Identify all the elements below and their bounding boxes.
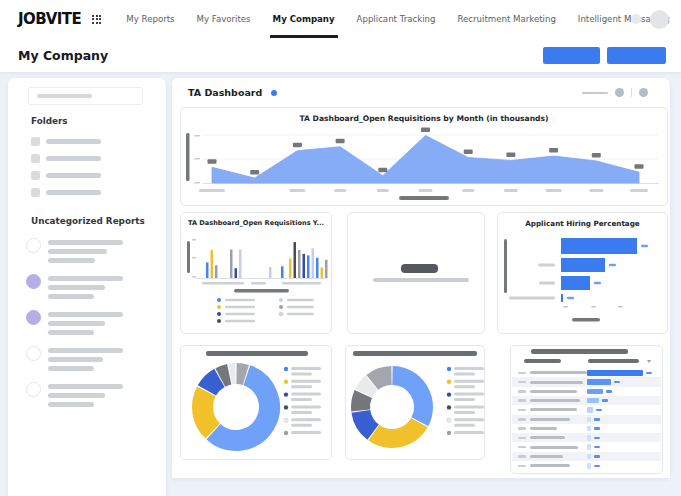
legend-label-bar — [291, 431, 321, 434]
bar-yellow — [321, 267, 324, 278]
placeholder-light-bar — [373, 278, 469, 282]
folder-item[interactable] — [31, 154, 161, 164]
nav-items: My ReportsMy FavoritesMy CompanyApplican… — [115, 0, 680, 38]
table-row[interactable] — [512, 433, 661, 442]
report-label-bar — [48, 402, 94, 407]
report-item[interactable] — [26, 238, 156, 268]
collapse-line-icon[interactable] — [582, 92, 608, 94]
nav-item-my-reports[interactable]: My Reports — [115, 0, 185, 38]
report-label-bar — [48, 330, 94, 335]
legend-label-bar — [225, 306, 255, 309]
placeholder-dark-pill — [401, 264, 438, 273]
sidebar-search-input[interactable] — [28, 87, 143, 105]
notification-icon[interactable] — [631, 14, 641, 24]
bar-indigo — [303, 254, 306, 278]
app-launcher-icon[interactable] — [92, 15, 101, 24]
hiring-bar-chart — [498, 213, 667, 333]
row-label-bar — [530, 381, 583, 384]
row-label-bar — [530, 418, 570, 421]
legend-label-bar — [287, 306, 314, 309]
table-row[interactable] — [512, 415, 661, 424]
bar-dark — [294, 242, 297, 278]
legend-label-bar — [225, 320, 255, 323]
legend-dot-dark — [284, 405, 288, 409]
x-tick-bar — [591, 306, 596, 308]
table-row[interactable] — [512, 396, 661, 405]
point-value-bar — [549, 148, 558, 153]
row-label-bar — [530, 446, 578, 449]
nav-item-my-favorites[interactable]: My Favorites — [186, 0, 262, 38]
report-label-bar — [48, 348, 123, 353]
bar-blue — [316, 258, 319, 278]
x-tick-bar — [202, 282, 244, 285]
report-label-bar — [48, 240, 123, 245]
value-bar — [594, 282, 601, 284]
report-item[interactable] — [26, 382, 156, 412]
donut-chart-left — [181, 346, 331, 459]
nav-item-my-company[interactable]: My Company — [262, 0, 346, 38]
toolbar-circle-icon-1[interactable] — [615, 88, 624, 97]
report-item[interactable] — [26, 274, 156, 304]
user-avatar[interactable] — [650, 10, 669, 29]
header-action-button-1[interactable] — [543, 47, 600, 64]
toolbar-circle-icon-2[interactable] — [639, 88, 648, 97]
folder-item[interactable] — [31, 171, 161, 181]
row-index-bar — [518, 427, 526, 430]
row-value-dash — [594, 418, 600, 421]
legend-bar — [234, 289, 289, 293]
report-label-bar — [48, 384, 123, 389]
hbar — [561, 258, 605, 272]
table-title-bar — [531, 349, 628, 354]
report-item[interactable] — [26, 346, 156, 376]
x-tick-bar — [251, 282, 266, 285]
row-value-dash — [614, 381, 620, 384]
row-value-dash — [646, 372, 652, 375]
legend-dot-indigo — [284, 392, 288, 396]
value-bar — [641, 245, 648, 247]
sort-caret-icon[interactable] — [647, 360, 651, 363]
header-action-button-2[interactable] — [607, 47, 666, 64]
table-row[interactable] — [512, 368, 661, 377]
hbar — [561, 276, 590, 290]
legend-label-bar — [454, 373, 475, 376]
legend-label-bar — [454, 424, 475, 427]
table-row[interactable] — [512, 424, 661, 433]
dashboard-toolbar — [582, 88, 648, 97]
legend-dot-gray — [279, 305, 283, 309]
folder-item[interactable] — [31, 188, 161, 198]
nav-item-applicant-tracking[interactable]: Applicant Tracking — [346, 0, 447, 38]
row-value-dash — [602, 399, 608, 402]
report-item[interactable] — [26, 310, 156, 340]
table-row[interactable] — [512, 377, 661, 386]
legend-dot-lavender — [279, 298, 283, 302]
donut-segment-donut_blue — [392, 376, 423, 422]
bar-yellow — [211, 250, 214, 278]
folder-item[interactable] — [31, 137, 161, 147]
x-tick-bar — [630, 189, 648, 192]
donut-card-left — [180, 345, 332, 460]
legend-label-bar — [454, 393, 484, 396]
donut-segment-royal — [361, 411, 373, 432]
point-value-bar — [506, 152, 515, 157]
table-row[interactable] — [512, 387, 661, 396]
x-tick-bar — [504, 189, 518, 192]
table-row[interactable] — [512, 405, 661, 414]
nav-item-recruitment-marketing[interactable]: Recruitment Marketing — [446, 0, 566, 38]
legend-label-bar — [291, 373, 312, 376]
x-tick-bar — [563, 306, 568, 308]
bar-yellow — [289, 259, 292, 279]
x-tick-bar — [282, 282, 321, 285]
value-bar — [567, 297, 574, 299]
legend-dot-gray — [284, 431, 288, 435]
report-label-bar — [48, 366, 94, 371]
ranked-table-card — [510, 345, 663, 474]
table-row[interactable] — [512, 442, 661, 451]
table-row[interactable] — [512, 461, 661, 470]
bar-lavender — [312, 248, 315, 278]
report-icon — [26, 238, 41, 253]
table-row[interactable] — [512, 452, 661, 461]
bar-blue — [281, 266, 284, 278]
legend-label-bar — [291, 385, 312, 388]
folder-label-bar — [46, 173, 101, 178]
row-value-dash — [594, 455, 600, 458]
